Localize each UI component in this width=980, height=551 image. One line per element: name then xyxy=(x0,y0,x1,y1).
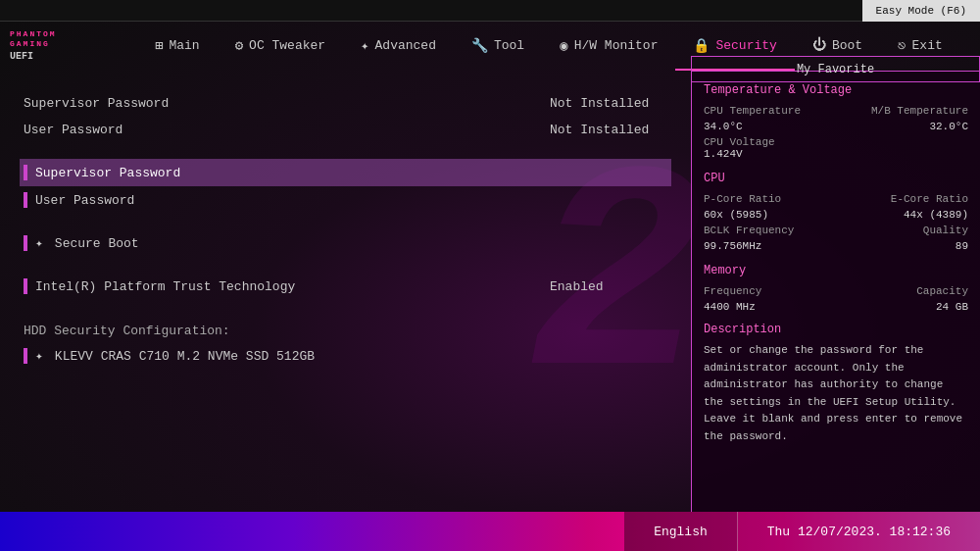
pcore-ratio-value: 60x (5985) xyxy=(704,209,768,221)
cpu-temp-label: CPU Temperature xyxy=(704,105,801,117)
datetime-display: Thu 12/07/2023. 18:12:36 xyxy=(738,512,980,551)
temp-voltage-title: Temperature & Voltage xyxy=(704,83,968,97)
supervisor-password-row[interactable]: Supervisor Password Not Installed xyxy=(20,90,671,117)
mem-cap-value: 24 GB xyxy=(936,301,968,313)
user-password-label: User Password xyxy=(24,123,550,137)
temp-row: CPU Temperature M/B Temperature xyxy=(704,105,968,117)
cpu-temp-value: 34.0°C xyxy=(704,121,743,132)
description-text: Set or change the password for the admin… xyxy=(704,342,968,446)
right-panel: Temperature & Voltage CPU Temperature M/… xyxy=(691,71,980,512)
mem-cap-label: Capacity xyxy=(916,285,968,297)
mem-freq-label: Frequency xyxy=(704,285,761,297)
ecore-ratio-label: E-Core Ratio xyxy=(891,193,968,205)
top-bar: Easy Mode (F6) xyxy=(0,0,980,22)
cpu-title: CPU xyxy=(704,172,968,185)
hdd-device-label: ✦ KLEVV CRAS C710 M.2 NVMe SSD 512GB xyxy=(35,348,667,364)
mb-temp-value: 32.0°C xyxy=(929,121,968,132)
hdd-device-row[interactable]: ✦ KLEVV CRAS C710 M.2 NVMe SSD 512GB xyxy=(20,342,671,370)
tool-icon: 🔧 xyxy=(471,37,488,54)
intel-ptt-row[interactable]: Intel(R) Platform Trust Technology Enabl… xyxy=(20,273,671,300)
nav-item-oc-tweaker[interactable]: ⚙ OC Tweaker xyxy=(218,22,343,71)
nav-item-tool[interactable]: 🔧 Tool xyxy=(454,22,542,71)
oc-tweaker-icon: ⚙ xyxy=(235,37,243,54)
hw-monitor-icon: ◉ xyxy=(560,37,567,54)
bclk-label: BCLK Frequency xyxy=(704,225,794,236)
supervisor-password-menu-item[interactable]: Supervisor Password xyxy=(20,159,671,186)
indicator-icon xyxy=(24,235,27,251)
indicator-icon xyxy=(24,348,27,364)
supervisor-password-label: Supervisor Password xyxy=(24,96,550,111)
mem-values: 4400 MHz 24 GB xyxy=(704,301,968,313)
secure-boot-label: ✦ Secure Boot xyxy=(35,235,667,251)
intel-ptt-label: Intel(R) Platform Trust Technology xyxy=(35,279,550,294)
indicator-icon xyxy=(24,278,27,294)
cpu-voltage-value: 1.424V xyxy=(704,148,968,160)
mem-freq-value: 4400 MHz xyxy=(704,301,756,313)
language-selector[interactable]: English xyxy=(624,512,738,551)
exit-icon: ⎋ xyxy=(898,37,906,54)
description-title: Description xyxy=(704,323,968,336)
mb-temp-label: M/B Temperature xyxy=(871,105,968,117)
pcore-ratio-label: P-Core Ratio xyxy=(704,193,781,205)
user-password-menu-label: User Password xyxy=(35,193,667,208)
quality-label: Quality xyxy=(923,225,968,236)
user-password-value: Not Installed xyxy=(550,123,667,137)
hdd-security-header: HDD Security Configuration: xyxy=(20,316,671,342)
intel-ptt-value: Enabled xyxy=(550,279,667,294)
secure-boot-icon: ✦ xyxy=(35,235,43,251)
nav-item-hw-monitor[interactable]: ◉ H/W Monitor xyxy=(542,22,675,71)
cpu-voltage-label: CPU Voltage xyxy=(704,136,968,148)
easy-mode-button[interactable]: Easy Mode (F6) xyxy=(862,0,980,22)
bottom-bar: English Thu 12/07/2023. 18:12:36 xyxy=(0,512,980,551)
user-password-menu-item[interactable]: User Password xyxy=(20,186,671,214)
bclk-value: 99.756MHz xyxy=(704,240,761,252)
nav-item-advanced[interactable]: ✦ Advanced xyxy=(343,22,454,71)
core-ratio-values: 60x (5985) 44x (4389) xyxy=(704,209,968,221)
nav-item-main[interactable]: ⊞ Main xyxy=(137,22,218,71)
supervisor-password-menu-label: Supervisor Password xyxy=(35,166,667,180)
bclk-quality-values: 99.756MHz 89 xyxy=(704,240,968,252)
indicator-icon xyxy=(24,165,27,180)
main-content: Supervisor Password Not Installed User P… xyxy=(0,71,691,512)
memory-title: Memory xyxy=(704,264,968,277)
indicator-icon xyxy=(24,192,27,208)
main-icon: ⊞ xyxy=(155,37,163,54)
security-icon: 🔒 xyxy=(693,37,710,54)
user-password-row[interactable]: User Password Not Installed xyxy=(20,117,671,143)
supervisor-password-value: Not Installed xyxy=(550,96,667,111)
quality-value: 89 xyxy=(956,240,968,252)
core-ratio-labels: P-Core Ratio E-Core Ratio xyxy=(704,193,968,205)
hdd-icon: ✦ xyxy=(35,348,43,364)
ecore-ratio-value: 44x (4389) xyxy=(904,209,968,221)
advanced-icon: ✦ xyxy=(361,37,368,54)
bclk-quality-labels: BCLK Frequency Quality xyxy=(704,225,968,236)
mem-labels: Frequency Capacity xyxy=(704,285,968,297)
my-favorite-button[interactable]: My Favorite xyxy=(797,63,874,76)
temp-values-row: 34.0°C 32.0°C xyxy=(704,121,968,132)
secure-boot-row[interactable]: ✦ Secure Boot xyxy=(20,229,671,257)
boot-icon: ⏻ xyxy=(812,37,826,53)
my-favorite-bar[interactable]: My Favorite xyxy=(691,56,980,82)
